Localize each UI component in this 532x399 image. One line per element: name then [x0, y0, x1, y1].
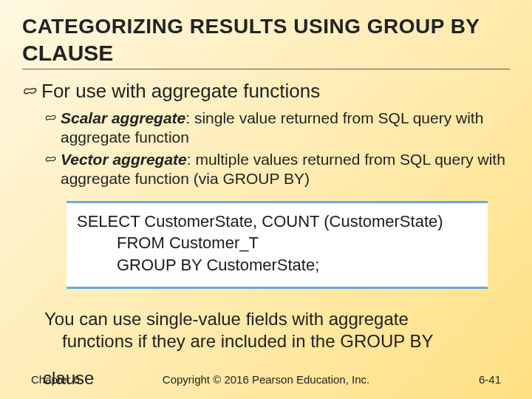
- code-line: GROUP BY CustomerState;: [77, 254, 477, 276]
- footer-copyright: Copyright © 2016 Pearson Education, Inc.: [0, 373, 532, 386]
- sql-code-block: SELECT CustomerState, COUNT (CustomerSta…: [66, 201, 488, 289]
- sub-bullet-item: Vector aggregate: multiple values return…: [44, 150, 510, 189]
- note-line: You can use single-value fields with agg…: [44, 309, 409, 329]
- sub-bullet-list: Scalar aggregate: single value returned …: [44, 109, 510, 189]
- loop-bullet-icon: [44, 112, 56, 127]
- slide-container: CATEGORIZING RESULTS USING GROUP BY CLAU…: [0, 0, 532, 399]
- code-line: SELECT CustomerState, COUNT (CustomerSta…: [77, 212, 443, 231]
- sub-bullet-text: Vector aggregate: multiple values return…: [61, 150, 510, 189]
- title-tail: CLAUSE: [22, 41, 113, 65]
- term: Scalar aggregate: [61, 109, 185, 126]
- footer-pagenum: 6-41: [479, 373, 501, 386]
- note-text: You can use single-value fields with agg…: [44, 308, 510, 352]
- loop-bullet-icon: [22, 84, 37, 102]
- main-bullet: For use with aggregate functions: [22, 80, 510, 103]
- main-bullet-text: For use with aggregate functions: [41, 80, 320, 103]
- sub-bullet-item: Scalar aggregate: single value returned …: [44, 109, 510, 148]
- loop-bullet-icon: [44, 154, 56, 168]
- title-main: CATEGORIZING RESULTS USING GROUP BY: [22, 15, 480, 38]
- note-line: functions if they are included in the GR…: [44, 330, 510, 352]
- term: Vector aggregate: [61, 151, 187, 168]
- code-line: FROM Customer_T: [77, 232, 477, 254]
- sub-bullet-text: Scalar aggregate: single value returned …: [61, 109, 510, 148]
- slide-title: CATEGORIZING RESULTS USING GROUP BY CLAU…: [22, 13, 510, 69]
